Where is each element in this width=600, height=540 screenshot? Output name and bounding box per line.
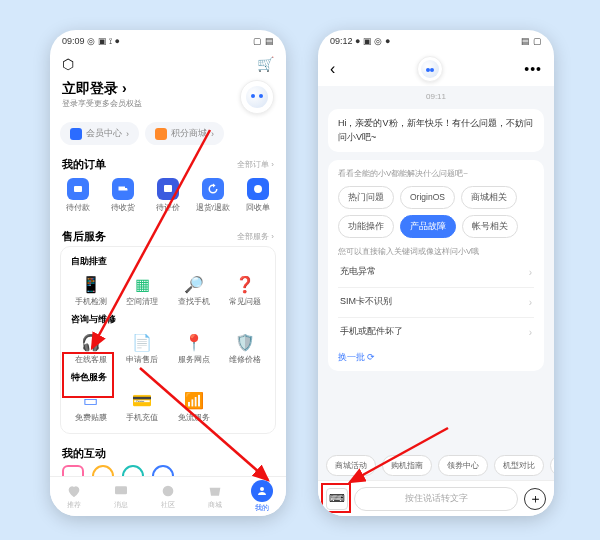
avatar[interactable] xyxy=(240,80,274,114)
nav-message[interactable]: 消息 xyxy=(97,477,144,516)
highlight-online-support xyxy=(62,352,114,398)
faq-broken[interactable]: 手机或配件坏了› xyxy=(338,318,534,347)
svg-rect-1 xyxy=(164,185,172,192)
chevron-right-icon: › xyxy=(529,325,532,340)
voice-input[interactable]: 按住说话转文字 xyxy=(354,487,518,511)
bottom-nav: 推荐 消息 社区 商城 我的 xyxy=(50,476,286,516)
svg-point-5 xyxy=(260,487,264,491)
service-more[interactable]: 全部服务 › xyxy=(237,231,274,242)
login-title: 立即登录 xyxy=(62,80,118,96)
sugg-more[interactable]: 以 xyxy=(550,455,554,476)
login-block[interactable]: 立即登录 › 登录享受更多会员权益 xyxy=(62,80,142,114)
chevron-right-icon: › xyxy=(529,295,532,310)
svc-faq[interactable]: ❓常见问题 xyxy=(220,270,272,311)
chip-account[interactable]: 帐号相关 xyxy=(462,215,518,238)
options-bubble: 看看全能的小V都能解决什么问题吧~ 热门问题 OriginOS 商城相关 功能操… xyxy=(328,160,544,371)
svc-phone-check[interactable]: 📱手机检测 xyxy=(65,270,117,311)
cart-icon[interactable]: 🛒 xyxy=(257,56,274,72)
chip-function[interactable]: 功能操作 xyxy=(338,215,394,238)
svc-free-data[interactable]: 📶免流服务 xyxy=(168,386,220,427)
interact-title: 我的互动 xyxy=(62,446,106,461)
status-right-icons: ▢ ▤ xyxy=(253,36,274,46)
faq-sim[interactable]: SIM卡不识别› xyxy=(338,288,534,318)
svg-rect-3 xyxy=(115,486,127,494)
svc-apply-aftersale[interactable]: 📄申请售后 xyxy=(117,328,169,369)
chevron-right-icon: › xyxy=(122,80,127,96)
svg-point-4 xyxy=(163,486,174,497)
order-pending-review[interactable]: 待评价 xyxy=(146,174,191,217)
diamond-icon xyxy=(70,128,82,140)
order-pending-receive[interactable]: 待收货 xyxy=(101,174,146,217)
hint-2: 您可以直接输入关键词或像这样问小V哦 xyxy=(338,246,534,258)
order-refund[interactable]: 退货/退款 xyxy=(190,174,235,217)
phone-left: 09:09 ◎ ▣ ⟟ ● ▢ ▤ ⬡ 🛒 立即登录 › 登录享受更多会员权益 … xyxy=(50,30,286,516)
nav-community[interactable]: 社区 xyxy=(144,477,191,516)
member-center-pill[interactable]: 会员中心 › xyxy=(60,122,139,145)
sugg-coupon[interactable]: 领券中心 xyxy=(438,455,488,476)
svg-rect-0 xyxy=(74,186,82,192)
nav-mall[interactable]: 商城 xyxy=(192,477,239,516)
chat-timestamp: 09:11 xyxy=(328,92,544,101)
svc-find-phone[interactable]: 🔎查找手机 xyxy=(168,270,220,311)
faq-charge[interactable]: 充电异常› xyxy=(338,258,534,288)
more-icon[interactable]: ••• xyxy=(524,61,542,77)
svc-service-point[interactable]: 📍服务网点 xyxy=(168,328,220,369)
settings-hex-icon[interactable]: ⬡ xyxy=(62,56,74,72)
refresh-batch[interactable]: 换一批 ⟳ xyxy=(338,347,534,364)
phone-right: 09:12 ● ▣ ◎ ● ▤ ▢ ‹ ••• 09:11 Hi，亲爱的V粉，新… xyxy=(318,30,554,516)
sugg-activity[interactable]: 商城活动 xyxy=(326,455,376,476)
consult-label: 咨询与维修 xyxy=(65,311,271,328)
points-mall-pill[interactable]: 积分商城 › xyxy=(145,122,224,145)
status-time: 09:12 xyxy=(330,36,353,46)
chip-originos[interactable]: OriginOS xyxy=(400,186,455,209)
chat-input-bar: ⌨ 按住说话转文字 ＋ xyxy=(318,480,554,516)
plus-button[interactable]: ＋ xyxy=(524,488,546,510)
svc-space-clean[interactable]: ▦空间清理 xyxy=(117,270,169,311)
order-recycle[interactable]: 回收单 xyxy=(235,174,280,217)
status-bar: 09:12 ● ▣ ◎ ● ▤ ▢ xyxy=(318,30,554,52)
sugg-compare[interactable]: 机型对比 xyxy=(494,455,544,476)
status-bar: 09:09 ◎ ▣ ⟟ ● ▢ ▤ xyxy=(50,30,286,52)
service-title: 售后服务 xyxy=(62,229,106,244)
coin-icon xyxy=(155,128,167,140)
chip-mall[interactable]: 商城相关 xyxy=(461,186,517,209)
chevron-right-icon: › xyxy=(529,265,532,280)
orders-more[interactable]: 全部订单 › xyxy=(237,159,274,170)
status-left-icons: ◎ ▣ ⟟ ● xyxy=(87,36,120,46)
svc-recharge[interactable]: 💳手机充值 xyxy=(117,386,169,427)
orders-grid: 待付款 待收货 待评价 退货/退款 回收单 xyxy=(50,174,286,223)
login-sub: 登录享受更多会员权益 xyxy=(62,98,142,109)
svg-point-2 xyxy=(254,185,262,193)
nav-mine[interactable]: 我的 xyxy=(239,477,286,516)
orders-title: 我的订单 xyxy=(62,157,106,172)
chip-hot[interactable]: 热门问题 xyxy=(338,186,394,209)
back-button[interactable]: ‹ xyxy=(330,60,335,78)
status-time: 09:09 xyxy=(62,36,85,46)
svc-repair-price[interactable]: 🛡️维修价格 xyxy=(220,328,272,369)
chat-body: 09:11 Hi，亲爱的V粉，新年快乐！有什么问题，不妨问问小V吧~ 看看全能的… xyxy=(318,86,554,484)
sugg-guide[interactable]: 购机指南 xyxy=(382,455,432,476)
greeting-bubble: Hi，亲爱的V粉，新年快乐！有什么问题，不妨问问小V吧~ xyxy=(328,109,544,152)
hint-1: 看看全能的小V都能解决什么问题吧~ xyxy=(338,168,534,180)
highlight-keyboard xyxy=(321,483,351,513)
order-pending-pay[interactable]: 待付款 xyxy=(56,174,101,217)
service-card: 自助排查 📱手机检测 ▦空间清理 🔎查找手机 ❓常见问题 咨询与维修 🎧在线客服… xyxy=(60,246,276,434)
chip-fault[interactable]: 产品故障 xyxy=(400,215,456,238)
nav-recommend[interactable]: 推荐 xyxy=(50,477,97,516)
bot-avatar xyxy=(417,56,443,82)
suggestion-row: 商城活动 购机指南 领券中心 机型对比 以 xyxy=(318,450,554,480)
selfcheck-label: 自助排查 xyxy=(65,253,271,270)
